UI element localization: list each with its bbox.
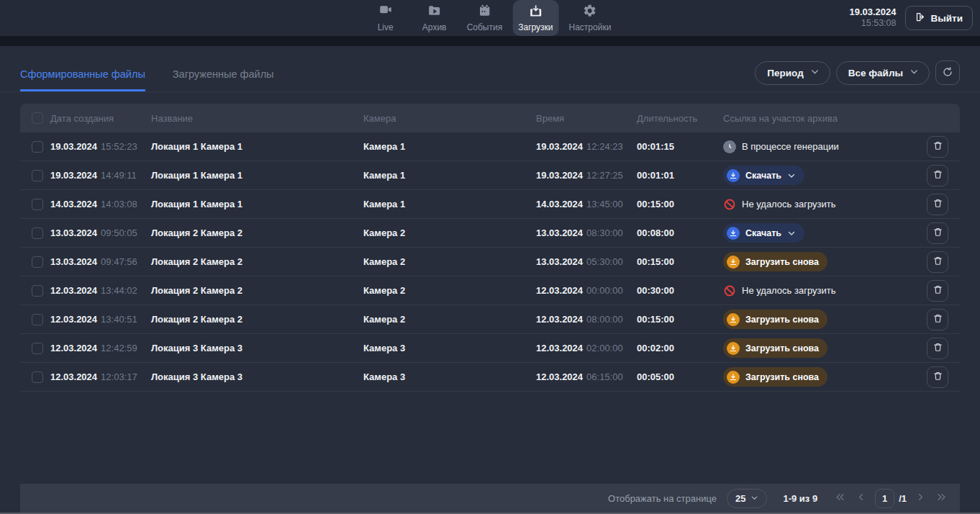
cell-name: Локация 1 Камера 1 [151, 141, 363, 152]
delete-button[interactable] [927, 222, 948, 244]
cell-date-created: 19.03.202414:49:11 [50, 170, 151, 181]
download-button[interactable]: Скачать [723, 166, 804, 185]
cell-name: Локация 2 Камера 2 [151, 285, 363, 296]
cell-time: 19.03.202412:27:25 [536, 170, 637, 181]
cell-duration: 00:15:00 [637, 314, 723, 325]
logout-label: Выйти [931, 13, 963, 24]
current-time: 15:53:08 [849, 18, 896, 30]
cell-camera: Камера 1 [363, 199, 536, 209]
delete-button[interactable] [927, 165, 948, 186]
current-date: 19.03.2024 [849, 6, 896, 18]
cell-camera: Камера 3 [363, 371, 536, 382]
trash-icon [933, 256, 943, 269]
status-failed: Не удалось загрузить [723, 284, 835, 297]
cell-archive-link: В процессе генерации [723, 140, 915, 153]
delete-button[interactable] [927, 136, 948, 158]
downloads-table: Дата создания Название Камера Время Длит… [20, 104, 960, 392]
select-all-checkbox[interactable] [32, 112, 43, 124]
cell-date-created: 19.03.202415:52:23 [50, 141, 151, 152]
retry-download-button[interactable]: Загрузить снова [723, 367, 827, 387]
nav-item-live[interactable]: Live [363, 0, 408, 36]
delete-button[interactable] [927, 309, 948, 330]
cell-name: Локация 2 Камера 2 [151, 256, 363, 267]
download-button[interactable]: Скачать [723, 223, 804, 243]
trash-icon [933, 342, 943, 355]
col-header-date-created: Дата создания [50, 113, 151, 124]
cell-date-created: 13.03.202409:47:56 [50, 256, 151, 267]
row-checkbox[interactable] [32, 371, 43, 383]
delete-button[interactable] [927, 251, 948, 273]
last-page-icon [936, 492, 947, 505]
cell-date-created: 12.03.202412:42:59 [50, 343, 151, 353]
prev-page-button[interactable] [854, 490, 868, 506]
datetime: 19.03.2024 15:53:08 [849, 6, 896, 30]
logout-button[interactable]: Выйти [905, 6, 974, 30]
next-page-button[interactable] [914, 490, 927, 506]
cell-time: 12.03.202408:00:00 [536, 314, 637, 325]
row-checkbox[interactable] [32, 285, 43, 297]
cell-date-created: 14.03.202414:03:08 [50, 199, 151, 209]
cell-camera: Камера 2 [363, 256, 536, 267]
trash-icon [933, 198, 943, 211]
period-filter-label: Период [767, 68, 803, 78]
nav-label: Загрузки [518, 23, 553, 32]
retry-download-button[interactable]: Загрузить снова [723, 338, 827, 358]
row-checkbox[interactable] [32, 170, 43, 181]
cell-camera: Камера 1 [363, 141, 536, 152]
nav-item-events[interactable]: События [461, 0, 509, 36]
nav-item-settings[interactable]: Настройки [563, 0, 617, 36]
cell-time: 12.03.202406:15:00 [536, 371, 637, 382]
main-nav: Live Архив События Загрузки [363, 0, 617, 36]
first-page-button[interactable] [833, 490, 847, 506]
delete-button[interactable] [927, 338, 948, 359]
delete-button[interactable] [927, 280, 948, 302]
cell-name: Локация 1 Камера 1 [151, 199, 363, 209]
refresh-button[interactable] [935, 60, 960, 85]
trash-icon [933, 371, 943, 384]
nav-item-downloads[interactable]: Загрузки [512, 0, 558, 36]
cell-camera: Камера 2 [363, 314, 536, 325]
row-checkbox[interactable] [32, 314, 43, 325]
last-page-button[interactable] [935, 490, 948, 506]
folder-play-icon [427, 4, 442, 21]
download-circle-icon [727, 371, 740, 384]
tab-uploaded-files[interactable]: Загруженные файлы [173, 68, 274, 91]
row-checkbox[interactable] [32, 141, 43, 153]
nav-item-archive[interactable]: Архив [412, 0, 457, 36]
table-header-row: Дата создания Название Камера Время Длит… [20, 104, 960, 132]
gear-icon [583, 4, 597, 21]
table-row: 14.03.202414:03:08Локация 1 Камера 1Каме… [20, 190, 960, 219]
retry-download-button[interactable]: Загрузить снова [723, 310, 827, 329]
prev-page-icon [856, 492, 866, 505]
cell-archive-link: Загрузить снова [723, 310, 915, 329]
page-size-select[interactable]: 25 [727, 489, 767, 508]
cell-date-created: 12.03.202412:03:17 [50, 371, 151, 382]
page: Live Архив События Загрузки [0, 0, 980, 514]
row-checkbox[interactable] [32, 199, 43, 210]
page-size-value: 25 [735, 493, 745, 504]
file-type-filter-button[interactable]: Все файлы [836, 61, 930, 85]
delete-button[interactable] [927, 366, 948, 388]
current-page-input[interactable]: 1 [875, 489, 894, 508]
total-pages-label: /1 [899, 493, 907, 504]
tabs-row: Сформированные файлы Загруженные файлы П… [0, 46, 980, 92]
chevron-down-icon [909, 67, 919, 78]
row-checkbox[interactable] [32, 343, 43, 354]
clock-icon [723, 140, 736, 153]
tab-generated-files[interactable]: Сформированные файлы [20, 68, 145, 91]
top-bar: Live Архив События Загрузки [0, 0, 980, 36]
row-checkbox[interactable] [32, 256, 43, 268]
cell-duration: 00:30:00 [637, 285, 723, 296]
col-header-time: Время [536, 113, 637, 124]
cell-time: 14.03.202413:45:00 [536, 199, 637, 209]
table-row: 12.03.202413:44:02Локация 2 Камера 2Каме… [20, 276, 960, 305]
cell-camera: Камера 2 [363, 227, 536, 238]
content: Сформированные файлы Загруженные файлы П… [0, 46, 980, 513]
blocked-icon [723, 284, 736, 297]
retry-download-button[interactable]: Загрузить снова [723, 252, 827, 271]
delete-button[interactable] [927, 194, 948, 215]
period-filter-button[interactable]: Период [755, 61, 830, 85]
row-checkbox[interactable] [32, 227, 43, 239]
status-label: В процессе генерации [742, 141, 839, 152]
table-row: 12.03.202413:40:51Локация 2 Камера 2Каме… [20, 305, 960, 334]
